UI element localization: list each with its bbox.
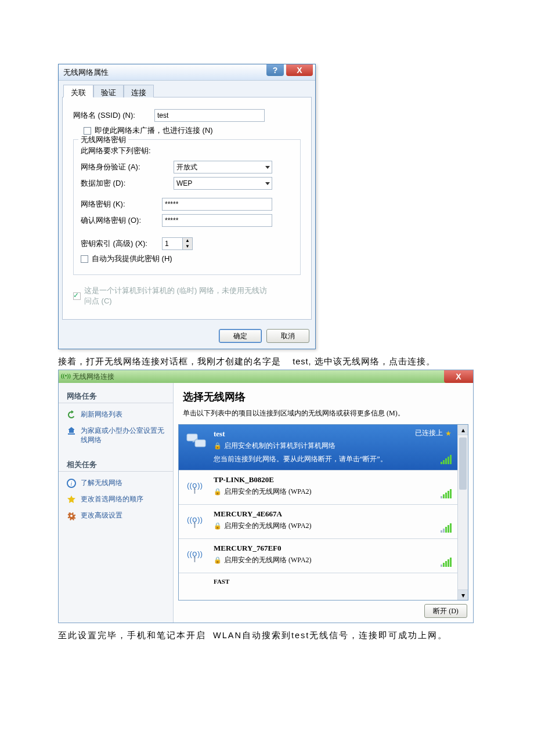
adhoc-network-icon bbox=[185, 429, 208, 453]
tab-association[interactable]: 关联 bbox=[63, 85, 93, 97]
sidebar-item-advanced[interactable]: 更改高级设置 bbox=[59, 508, 173, 524]
lock-icon: 🔒 bbox=[214, 556, 222, 564]
sidebar-item-learn[interactable]: i 了解无线网络 bbox=[59, 475, 173, 491]
main-panel: 选择无线网络 单击以下列表中的项目以连接到区域内的无线网络或获得更多信息 (M)… bbox=[174, 383, 473, 623]
dialog-titlebar: 无线网络属性 ? X bbox=[59, 64, 315, 81]
key-confirm-input[interactable] bbox=[162, 214, 272, 227]
signal-bars-icon bbox=[441, 490, 452, 498]
svg-text:i: i bbox=[71, 480, 73, 487]
signal-bars-icon bbox=[441, 456, 452, 464]
scroll-thumb[interactable] bbox=[459, 437, 467, 490]
lock-icon: 🔒 bbox=[214, 488, 222, 495]
tab-connection[interactable]: 连接 bbox=[124, 85, 154, 97]
spin-up-icon[interactable]: ▲ bbox=[183, 238, 192, 244]
main-heading: 选择无线网络 bbox=[174, 383, 473, 406]
ok-button[interactable]: 确定 bbox=[219, 329, 262, 343]
star-icon bbox=[67, 495, 76, 504]
scrollbar[interactable]: ▴ ▾ bbox=[457, 425, 468, 600]
key-groupbox-title: 无线网络密钥 bbox=[78, 135, 128, 145]
signal-bars-icon bbox=[441, 559, 452, 567]
key-index-input[interactable] bbox=[162, 237, 183, 250]
chevron-down-icon bbox=[265, 164, 270, 170]
spin-down-icon[interactable]: ▼ bbox=[183, 244, 192, 249]
close-button[interactable]: X bbox=[286, 64, 313, 76]
main-subtext: 单击以下列表中的项目以连接到区域内的无线网络或获得更多信息 (M)。 bbox=[174, 406, 473, 424]
settings-icon bbox=[67, 511, 76, 520]
network-item[interactable]: ((ǫ)) TP-LINK_B0820E 🔒启用安全的无线网络 (WPA2) bbox=[179, 470, 457, 504]
tab-authentication[interactable]: 验证 bbox=[93, 85, 124, 97]
info-icon: i bbox=[67, 479, 76, 488]
sidebar-heading-tasks: 网络任务 bbox=[59, 388, 173, 403]
help-button[interactable]: ? bbox=[266, 64, 284, 76]
lock-icon: 🔒 bbox=[214, 522, 222, 530]
wireless-icon: ((•)) bbox=[61, 372, 70, 381]
adhoc-label: 这是一个计算机到计算机的 (临时) 网络，未使用无线访问点 (C) bbox=[84, 285, 270, 306]
ssid-label: 网络名 (SSID) (N): bbox=[73, 110, 154, 121]
tab-pane-association: 网络名 (SSID) (N): 即使此网络未广播，也进行连接 (N) 无线网络密… bbox=[62, 97, 312, 320]
caption-line-1: 接着，打开无线网络连接对话框，我刚才创建的名字是 test, 选中该无线网络，点… bbox=[58, 356, 476, 367]
tab-strip: 关联 验证 连接 bbox=[59, 81, 315, 97]
auth-label: 网络身份验证 (A): bbox=[81, 162, 174, 172]
network-item-partial[interactable]: FAST bbox=[179, 573, 457, 600]
key-input[interactable] bbox=[162, 198, 272, 211]
auth-combobox[interactable]: 开放式 bbox=[174, 161, 272, 173]
key-index-label: 密钥索引 (高级) (X): bbox=[81, 238, 162, 249]
auto-key-label: 自动为我提供此密钥 (H) bbox=[92, 254, 172, 264]
encryption-combobox[interactable]: WEP bbox=[174, 177, 272, 190]
cancel-button[interactable]: 取消 bbox=[266, 329, 309, 343]
dialog-buttons: 确定 取消 bbox=[59, 323, 315, 349]
network-item[interactable]: test 🔒启用安全机制的计算机到计算机网络 您当前连接到此网络。要从此网络断开… bbox=[179, 425, 457, 470]
sidebar-heading-related: 相关任务 bbox=[59, 456, 173, 472]
key-confirm-label: 确认网络密钥 (O): bbox=[81, 215, 162, 226]
network-item[interactable]: ((ǫ)) MERCURY_4E667A 🔒启用安全的无线网络 (WPA2) bbox=[179, 504, 457, 538]
svg-rect-4 bbox=[195, 440, 205, 447]
connected-status: 已连接上 ★ bbox=[415, 428, 452, 438]
infra-network-icon: ((ǫ)) bbox=[185, 509, 208, 533]
key-groupbox: 无线网络密钥 此网络要求下列密钥: 网络身份验证 (A): 开放式 数据加密 (… bbox=[73, 139, 301, 275]
window-footer: 断开 (D) bbox=[174, 601, 473, 623]
connect-if-hidden-checkbox[interactable] bbox=[84, 127, 91, 135]
chevron-down-icon bbox=[265, 180, 270, 186]
wireless-connection-window: ((•)) 无线网络连接 X 网络任务 刷新网络列表 为家庭或小型办公室设置无线… bbox=[58, 370, 474, 623]
wireless-properties-dialog: 无线网络属性 ? X 关联 验证 连接 网络名 (SSID) (N): 即使此网… bbox=[58, 64, 316, 349]
sidebar-item-refresh[interactable]: 刷新网络列表 bbox=[59, 407, 173, 423]
close-button[interactable]: X bbox=[444, 370, 473, 383]
dialog-title: 无线网络属性 bbox=[63, 67, 109, 78]
key-desc: 此网络要求下列密钥: bbox=[81, 146, 293, 156]
key-index-spinner[interactable]: ▲ ▼ bbox=[162, 237, 193, 250]
star-icon: ★ bbox=[445, 429, 452, 437]
auto-key-checkbox[interactable] bbox=[81, 255, 88, 263]
sidebar-item-change-order[interactable]: 更改首选网络的顺序 bbox=[59, 491, 173, 508]
key-label: 网络密钥 (K): bbox=[81, 199, 162, 209]
network-list: test 🔒启用安全机制的计算机到计算机网络 您当前连接到此网络。要从此网络断开… bbox=[178, 424, 468, 601]
lock-icon: 🔒 bbox=[214, 442, 222, 450]
adhoc-checkbox bbox=[73, 292, 81, 300]
signal-bars-icon bbox=[441, 525, 452, 533]
refresh-icon bbox=[67, 410, 76, 419]
infra-network-icon: ((ǫ)) bbox=[185, 475, 208, 498]
window-titlebar: ((•)) 无线网络连接 X bbox=[59, 370, 473, 383]
home-network-icon bbox=[67, 426, 76, 436]
scroll-up-icon[interactable]: ▴ bbox=[458, 425, 468, 435]
window-title: 无线网络连接 bbox=[73, 372, 114, 382]
disconnect-button[interactable]: 断开 (D) bbox=[424, 604, 467, 618]
sidebar-item-home-setup[interactable]: 为家庭或小型办公室设置无线网络 bbox=[59, 423, 173, 448]
sidebar: 网络任务 刷新网络列表 为家庭或小型办公室设置无线网络 相关任务 i 了解无线网… bbox=[59, 383, 174, 623]
ssid-input[interactable] bbox=[154, 109, 265, 122]
scroll-down-icon[interactable]: ▾ bbox=[458, 589, 468, 600]
svg-point-2 bbox=[70, 515, 73, 517]
infra-network-icon: ((ǫ)) bbox=[185, 544, 208, 567]
network-item[interactable]: ((ǫ)) MERCURY_767EF0 🔒启用安全的无线网络 (WPA2) bbox=[179, 538, 457, 573]
encryption-label: 数据加密 (D): bbox=[81, 178, 174, 189]
caption-line-2: 至此设置完毕，手机和笔记本开启 WLAN自动搜索到test无线信号，连接即可成功… bbox=[58, 630, 476, 641]
